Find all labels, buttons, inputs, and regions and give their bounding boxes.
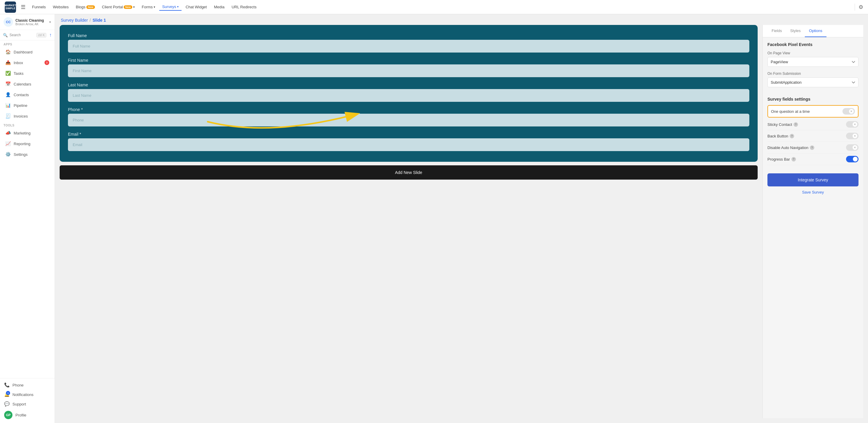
- first-name-input[interactable]: [68, 64, 749, 77]
- sidebar-item-inbox[interactable]: 📥 Inbox 0: [1, 58, 53, 68]
- one-question-label: One question at a time: [771, 109, 810, 114]
- calendars-icon: 📅: [5, 81, 11, 87]
- sidebar-item-pipeline[interactable]: 📊 Pipeline: [1, 100, 53, 111]
- full-name-input[interactable]: [68, 40, 749, 53]
- breadcrumb-parent-link[interactable]: Survey Builder: [61, 18, 88, 23]
- sidebar-item-label: Invoices: [13, 114, 28, 118]
- back-button-toggle-knob: ✕: [852, 133, 857, 138]
- on-page-view-group: On Page View PageView ViewContent Lead: [768, 51, 859, 67]
- nav-divider: [855, 4, 855, 11]
- right-panel: Fields Styles Options Facebook Pixel Eve…: [763, 25, 863, 418]
- phone-label: Phone *: [68, 107, 749, 112]
- nav-forms[interactable]: Forms ▾: [139, 4, 158, 10]
- breadcrumb: Survey Builder / Slide 1: [55, 14, 868, 25]
- search-icon: 🔍: [3, 33, 8, 37]
- nav-surveys[interactable]: Surveys ▾: [159, 3, 182, 11]
- sticky-contact-help-icon[interactable]: ?: [794, 122, 798, 127]
- integrate-survey-button[interactable]: Integrate Survey: [768, 173, 859, 186]
- sidebar-item-label: Reporting: [13, 142, 30, 146]
- marketing-icon: 📣: [5, 130, 11, 135]
- sidebar-item-contacts[interactable]: 👤 Contacts: [1, 90, 53, 100]
- sidebar-item-label: Marketing: [13, 131, 31, 135]
- nav-url-redirects[interactable]: URL Redirects: [229, 4, 259, 10]
- disable-auto-nav-label: Disable Auto Navigation ?: [768, 146, 814, 150]
- sticky-contact-toggle[interactable]: ✕: [846, 121, 859, 128]
- client-portal-chevron: ▾: [133, 5, 135, 9]
- sidebar-item-notifications[interactable]: 🔔 9 Notifications: [0, 390, 55, 399]
- sidebar-item-label: Contacts: [13, 93, 29, 97]
- tab-fields[interactable]: Fields: [768, 25, 786, 37]
- sidebar-item-label: Support: [12, 402, 26, 406]
- nav-websites[interactable]: Websites: [50, 4, 71, 10]
- email-input[interactable]: [68, 138, 749, 151]
- save-survey-link[interactable]: Save Survey: [763, 188, 863, 197]
- account-switcher[interactable]: CC Classic Cleaning Broken Arrow, AK ▾: [0, 14, 55, 30]
- settings-icon: ⚙️: [5, 152, 11, 157]
- on-page-view-label: On Page View: [768, 51, 859, 55]
- sidebar-item-invoices[interactable]: 🧾 Invoices: [1, 111, 53, 121]
- survey-slide: Full Name First Name Last Name Phone *: [60, 25, 757, 162]
- account-name: Classic Cleaning: [16, 19, 47, 23]
- field-email: Email *: [68, 132, 749, 151]
- first-name-label: First Name: [68, 58, 749, 63]
- disable-auto-nav-toggle[interactable]: ✕: [846, 144, 859, 151]
- sidebar-item-reporting[interactable]: 📈 Reporting: [1, 139, 53, 149]
- one-question-toggle[interactable]: ✕: [842, 108, 855, 115]
- sticky-contact-toggle-knob: ✕: [852, 122, 857, 127]
- settings-gear-icon[interactable]: ⚙: [859, 4, 863, 10]
- breadcrumb-separator: /: [90, 18, 91, 23]
- panel-tabs: Fields Styles Options: [763, 25, 863, 37]
- tasks-icon: ✅: [5, 71, 11, 76]
- account-info: Classic Cleaning Broken Arrow, AK: [16, 19, 47, 26]
- on-page-view-select[interactable]: PageView ViewContent Lead: [768, 57, 859, 67]
- main-layout: CC Classic Cleaning Broken Arrow, AK ▾ 🔍…: [0, 14, 868, 423]
- field-phone: Phone *: [68, 107, 749, 126]
- sidebar-item-support[interactable]: 💬 Support: [0, 399, 55, 409]
- nav-media[interactable]: Media: [211, 4, 227, 10]
- nav-client-portal[interactable]: Client Portal New ▾: [99, 4, 137, 10]
- sidebar-item-dashboard[interactable]: 🏠 Dashboard: [1, 47, 53, 57]
- disable-auto-nav-help-icon[interactable]: ?: [810, 146, 814, 150]
- phone-input[interactable]: [68, 114, 749, 126]
- client-portal-badge: New: [124, 5, 132, 9]
- facebook-pixel-title: Facebook Pixel Events: [768, 42, 859, 47]
- last-name-input[interactable]: [68, 89, 749, 102]
- search-bar[interactable]: 🔍 Search ctrl K ↑: [0, 30, 55, 40]
- nav-blogs[interactable]: Blogs New: [73, 4, 98, 10]
- back-button-toggle[interactable]: ✕: [846, 133, 859, 139]
- sidebar-item-label: Pipeline: [13, 103, 27, 108]
- sidebar-item-profile[interactable]: GP Profile: [0, 409, 55, 421]
- sidebar-item-marketing[interactable]: 📣 Marketing: [1, 128, 53, 138]
- phone-icon: 📞: [4, 382, 9, 388]
- one-question-toggle-knob: ✕: [849, 109, 854, 114]
- logo-area: MARKET SIMPLE: [5, 1, 16, 13]
- on-form-submission-select[interactable]: SubmitApplication Lead CompleteRegistrat…: [768, 78, 859, 87]
- sidebar-item-phone[interactable]: 📞 Phone: [0, 380, 55, 390]
- support-icon: 💬: [4, 401, 9, 407]
- tab-options[interactable]: Options: [805, 25, 827, 37]
- progress-bar-help-icon[interactable]: ?: [792, 157, 796, 161]
- one-question-toggle-row: One question at a time ✕: [768, 105, 859, 118]
- account-avatar: CC: [4, 17, 13, 27]
- inbox-icon: 📥: [5, 60, 11, 65]
- sidebar: CC Classic Cleaning Broken Arrow, AK ▾ 🔍…: [0, 14, 55, 423]
- surveys-chevron: ▾: [177, 5, 179, 8]
- back-button-help-icon[interactable]: ?: [790, 134, 794, 138]
- sidebar-item-calendars[interactable]: 📅 Calendars: [1, 79, 53, 89]
- email-label: Email *: [68, 132, 749, 137]
- tab-styles[interactable]: Styles: [786, 25, 805, 37]
- hamburger-button[interactable]: ☰: [21, 4, 26, 10]
- nav-funnels[interactable]: Funnels: [29, 4, 49, 10]
- sidebar-item-label: Inbox: [13, 61, 23, 65]
- sidebar-item-label: Profile: [16, 413, 26, 417]
- sidebar-bottom: 📞 Phone 🔔 9 Notifications 💬 Support GP P…: [0, 378, 55, 423]
- survey-fields-section: Survey fields settings One question at a…: [763, 97, 863, 170]
- search-label: Search: [9, 33, 35, 37]
- sidebar-item-settings[interactable]: ⚙️ Settings: [1, 149, 53, 159]
- sidebar-item-tasks[interactable]: ✅ Tasks: [1, 68, 53, 79]
- contacts-icon: 👤: [5, 92, 11, 97]
- nav-chat-widget[interactable]: Chat Widget: [183, 4, 210, 10]
- upload-icon[interactable]: ↑: [49, 32, 52, 38]
- progress-bar-toggle[interactable]: [846, 156, 859, 162]
- add-new-slide-button[interactable]: Add New Slide: [60, 165, 757, 180]
